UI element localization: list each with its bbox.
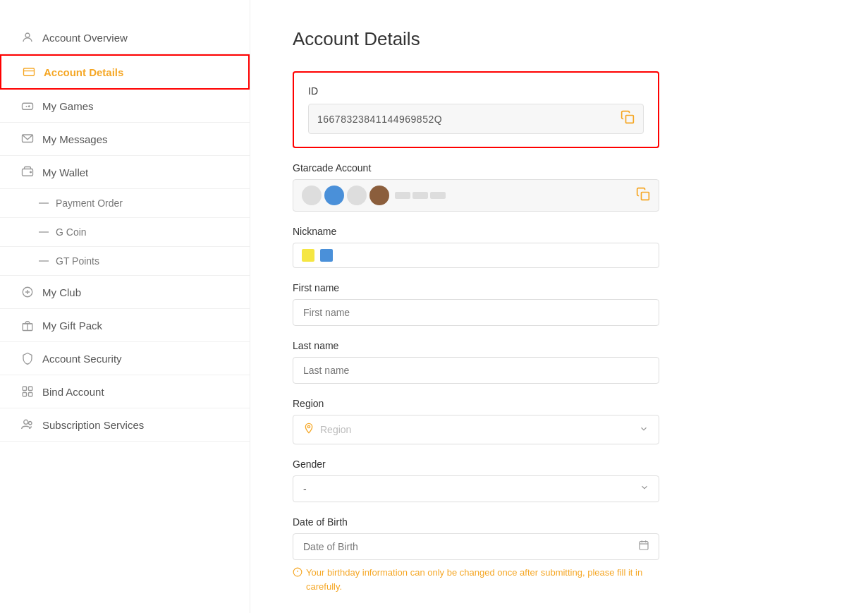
- dob-label: Date of Birth: [293, 516, 659, 528]
- svg-rect-14: [23, 393, 26, 396]
- shield-icon: [21, 352, 34, 365]
- svg-rect-1: [24, 68, 35, 76]
- nick-block-blue: [320, 249, 333, 262]
- svg-rect-3: [23, 103, 33, 109]
- nickname-label: Nickname: [293, 226, 659, 237]
- club-icon: [21, 286, 34, 298]
- svg-rect-15: [29, 393, 32, 396]
- id-value: 16678323841144969852Q: [317, 114, 615, 125]
- dot2: [412, 192, 428, 199]
- dash-icon: [39, 231, 49, 233]
- last-name-group: Last name: [293, 340, 659, 384]
- dot1: [395, 192, 410, 199]
- nick-block-yellow: [302, 249, 314, 262]
- sidebar-item-label: My Club: [42, 286, 81, 298]
- last-name-label: Last name: [293, 340, 659, 351]
- sidebar-item-label: Account Details: [44, 66, 123, 78]
- sidebar-item-label: Account Security: [42, 353, 122, 365]
- message-icon: [21, 133, 34, 145]
- sidebar: Account Overview Account Details My Game…: [0, 0, 250, 613]
- avatar-blue: [324, 186, 344, 205]
- page-title: Account Details: [293, 28, 826, 50]
- id-label: ID: [308, 85, 644, 97]
- sidebar-item-payment-order[interactable]: Payment Order: [0, 189, 250, 218]
- sidebar-item-my-gift-pack[interactable]: My Gift Pack: [0, 309, 250, 342]
- calendar-icon[interactable]: [638, 540, 649, 554]
- svg-rect-13: [29, 387, 32, 390]
- gtarcade-dots: [395, 192, 446, 199]
- svg-point-17: [29, 422, 32, 425]
- sidebar-item-label: My Games: [42, 100, 94, 112]
- gender-group: Gender - Male Female: [293, 459, 659, 502]
- svg-point-20: [307, 425, 310, 427]
- svg-rect-21: [640, 542, 648, 550]
- sidebar-item-label: GT Points: [56, 255, 99, 267]
- subscription-icon: [21, 418, 34, 431]
- dash-icon: [39, 202, 49, 204]
- sidebar-item-label: Bind Account: [42, 386, 104, 398]
- sidebar-item-label: G Coin: [56, 226, 87, 238]
- gender-select-wrapper: - Male Female: [293, 475, 659, 502]
- sidebar-item-my-games[interactable]: My Games: [0, 90, 250, 123]
- dob-group: Date of Birth Your birthday information …: [293, 516, 659, 593]
- region-select[interactable]: Region: [293, 415, 659, 444]
- sidebar-item-label: Account Overview: [42, 32, 128, 44]
- dash-icon: [39, 260, 49, 262]
- person-icon: [21, 31, 34, 44]
- gtarcade-label: Gtarcade Account: [293, 162, 659, 174]
- dob-input[interactable]: [293, 533, 659, 560]
- first-name-input[interactable]: [293, 299, 659, 326]
- wallet-icon: [21, 166, 34, 178]
- sidebar-item-my-messages[interactable]: My Messages: [0, 123, 250, 156]
- sidebar-item-account-details[interactable]: Account Details: [0, 54, 250, 90]
- region-group: Region Region: [293, 398, 659, 444]
- gift-icon: [21, 319, 34, 332]
- birthday-note: Your birthday information can only be ch…: [293, 566, 659, 593]
- svg-point-16: [24, 420, 28, 424]
- sidebar-item-account-security[interactable]: Account Security: [0, 342, 250, 375]
- id-box: ID 16678323841144969852Q: [293, 71, 659, 148]
- page-layout: Account Overview Account Details My Game…: [0, 0, 868, 613]
- sidebar-item-label: Payment Order: [56, 198, 123, 209]
- sidebar-item-g-coin[interactable]: G Coin: [0, 218, 250, 247]
- gtarcade-account-group: Gtarcade Account: [293, 162, 659, 212]
- info-icon: [293, 566, 302, 581]
- svg-point-6: [29, 106, 30, 107]
- sidebar-item-label: Subscription Services: [42, 419, 144, 431]
- avatar-gray1: [302, 186, 322, 205]
- gtarcade-avatars: [302, 186, 389, 205]
- gender-label: Gender: [293, 459, 659, 470]
- sidebar-item-label: My Wallet: [42, 166, 88, 178]
- svg-rect-19: [642, 192, 649, 200]
- sidebar-item-account-overview[interactable]: Account Overview: [0, 21, 250, 54]
- region-placeholder: Region: [320, 424, 633, 435]
- avatar-brown: [369, 186, 389, 205]
- gtarcade-copy-icon[interactable]: [636, 187, 650, 205]
- link-icon: [21, 385, 34, 398]
- region-chevron-icon: [639, 424, 649, 436]
- gtarcade-row: [293, 179, 659, 212]
- sidebar-item-label: My Messages: [42, 133, 108, 145]
- nickname-row: [293, 243, 659, 268]
- svg-rect-12: [23, 387, 26, 390]
- nickname-group: Nickname: [293, 226, 659, 268]
- dot3: [430, 192, 446, 199]
- first-name-group: First name: [293, 282, 659, 326]
- last-name-input[interactable]: [293, 357, 659, 384]
- dob-wrapper: [293, 533, 659, 560]
- copy-icon[interactable]: [621, 110, 635, 128]
- id-value-row: 16678323841144969852Q: [308, 104, 644, 134]
- sidebar-item-my-club[interactable]: My Club: [0, 276, 250, 309]
- svg-rect-18: [626, 116, 634, 123]
- first-name-label: First name: [293, 282, 659, 293]
- card-icon: [23, 66, 35, 78]
- sidebar-item-bind-account[interactable]: Bind Account: [0, 375, 250, 408]
- sidebar-item-gt-points[interactable]: GT Points: [0, 247, 250, 276]
- sidebar-item-subscription-services[interactable]: Subscription Services: [0, 408, 250, 442]
- sidebar-item-my-wallet[interactable]: My Wallet: [0, 156, 250, 189]
- region-label: Region: [293, 398, 659, 409]
- main-content: Account Details ID 16678323841144969852Q…: [250, 0, 868, 613]
- avatar-gray2: [347, 186, 367, 205]
- gender-select[interactable]: - Male Female: [293, 475, 659, 502]
- birthday-note-text: Your birthday information can only be ch…: [306, 566, 659, 593]
